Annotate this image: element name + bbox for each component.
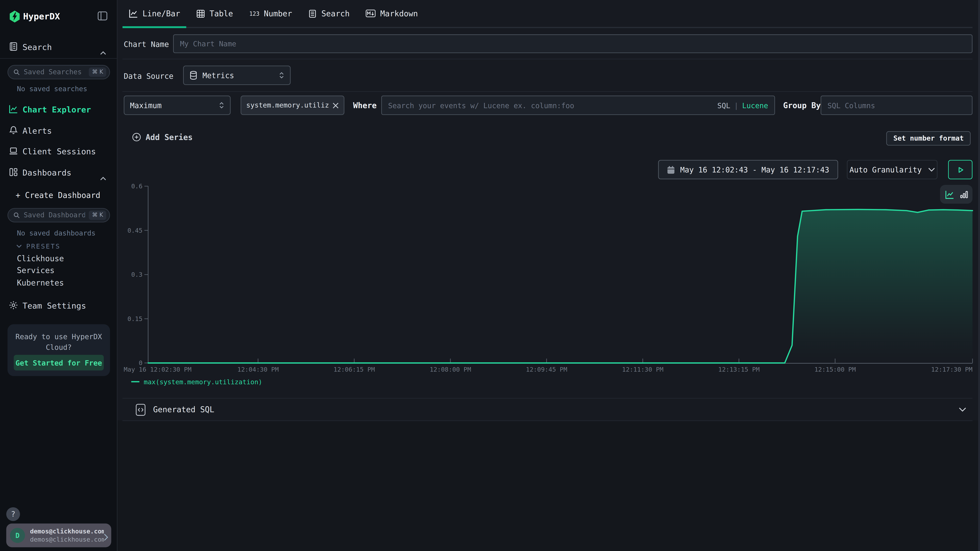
play-icon — [956, 166, 964, 173]
preset-item-services[interactable]: Services — [17, 265, 54, 275]
table-grid-icon — [196, 9, 205, 18]
sidebar-item-client-sessions[interactable]: Client Sessions — [0, 144, 117, 159]
sidebar-item-label: Chart Explorer — [22, 105, 91, 114]
document-list-icon — [308, 9, 317, 18]
preset-item-kubernetes[interactable]: Kubernetes — [17, 278, 64, 287]
group-by-input[interactable] — [821, 95, 972, 115]
sidebar-item-alerts[interactable]: Alerts — [0, 124, 117, 138]
legend-label: max(system.memory.utilization) — [144, 378, 262, 386]
chart-toolbar: May 16 12:02:43 - May 16 12:17:43 Auto G… — [123, 160, 972, 179]
aggregation-select[interactable]: Maximum — [124, 95, 231, 115]
sidebar-item-label: Dashboards — [22, 168, 72, 177]
no-saved-searches-text: No saved searches — [17, 85, 88, 93]
markdown-icon — [366, 10, 376, 17]
shortcut-badge: ⌘ K — [89, 68, 106, 77]
set-number-format-button[interactable]: Set number format — [886, 131, 970, 146]
no-saved-dashboards-text: No saved dashboards — [17, 229, 95, 237]
presets-label: PRESETS — [26, 243, 60, 250]
chart-legend[interactable]: max(system.memory.utilization) — [131, 378, 262, 386]
sidebar-item-label: Client Sessions — [22, 147, 96, 156]
query-language-toggle: SQL | Lucene — [717, 101, 774, 110]
app-window: HyperDX Search — [0, 0, 980, 551]
close-icon[interactable] — [332, 102, 339, 109]
chart-name-label: Chart Name — [124, 40, 169, 49]
user-email: demos@clickhouse.com — [30, 528, 104, 535]
sql-toggle[interactable]: SQL — [717, 101, 730, 110]
timeseries-chart[interactable]: 00.150.30.450.6May 16 12:02:30 PM12:04:3… — [118, 180, 980, 375]
data-source-row: Data Source Metrics — [123, 59, 972, 92]
where-label: Where — [353, 101, 377, 110]
help-button[interactable]: ? — [6, 507, 20, 521]
sidebar-item-dashboards[interactable]: Dashboards — [0, 165, 117, 180]
cloud-promo-text: Ready to use HyperDX Cloud? — [8, 332, 110, 353]
chevron-down-icon — [16, 244, 22, 248]
tab-label: Table — [210, 9, 233, 18]
saved-dashboards-input[interactable] — [24, 211, 85, 219]
actions-row: Add Series Set number format — [123, 131, 972, 146]
sidebar: HyperDX Search — [0, 0, 118, 551]
tab-label: Number — [264, 9, 292, 18]
metric-tag[interactable]: system.memory.utilization — [241, 95, 344, 115]
get-started-button[interactable]: Get Started for Free — [14, 355, 104, 371]
saved-dashboards-search[interactable]: ⌘ K — [8, 208, 110, 222]
tab-number[interactable]: 123 Number — [243, 0, 298, 27]
create-dashboard-button[interactable]: + Create Dashboard — [16, 191, 100, 200]
saved-searches-input[interactable] — [24, 68, 85, 76]
user-menu[interactable]: D demos@clickhouse.com demos@clickhouse.… — [6, 524, 111, 547]
lucene-toggle[interactable]: Lucene — [742, 101, 768, 110]
x-tick-label: 12:11:30 PM — [622, 366, 663, 373]
date-range-value: May 16 12:02:43 - May 16 12:17:43 — [680, 165, 829, 174]
x-tick-label: 12:13:15 PM — [718, 366, 760, 373]
y-tick-label: 0.6 — [131, 183, 143, 190]
data-source-select[interactable]: Metrics — [183, 65, 291, 85]
generated-sql-label: Generated SQL — [153, 405, 215, 414]
add-series-label: Add Series — [146, 132, 192, 142]
scrollbar[interactable] — [978, 0, 980, 551]
granularity-select[interactable]: Auto Granularity — [847, 160, 937, 179]
sidebar-item-search[interactable]: Search — [0, 40, 117, 55]
preset-item-clickhouse[interactable]: Clickhouse — [17, 254, 64, 263]
add-series-button[interactable]: Add Series — [132, 132, 193, 142]
tab-search[interactable]: Search — [302, 0, 356, 27]
generated-sql-section[interactable]: Generated SQL — [123, 398, 972, 421]
where-input[interactable] — [382, 101, 717, 110]
journal-icon — [9, 42, 18, 54]
tab-table[interactable]: Table — [190, 0, 239, 27]
sidebar-item-chart-explorer[interactable]: Chart Explorer — [0, 102, 117, 118]
date-range-picker[interactable]: May 16 12:02:43 - May 16 12:17:43 — [658, 160, 838, 179]
line-chart-icon — [9, 104, 18, 116]
chart-name-row: Chart Name — [123, 28, 972, 59]
bell-icon — [9, 125, 18, 137]
where-search-field: SQL | Lucene — [381, 95, 775, 115]
data-source-value: Metrics — [202, 71, 234, 79]
chevron-up-icon[interactable] — [100, 171, 107, 183]
y-tick-label: 0 — [139, 359, 143, 367]
chart-type-tabbar: Line/Bar Table 123 Number — [123, 0, 972, 28]
tab-label: Markdown — [380, 9, 418, 18]
chevron-down-icon[interactable] — [959, 407, 966, 411]
chevron-down-icon — [928, 167, 935, 171]
select-updown-icon — [219, 101, 224, 110]
tab-markdown[interactable]: Markdown — [360, 0, 424, 27]
legend-line-swatch — [131, 381, 140, 382]
run-query-button[interactable] — [948, 160, 972, 179]
tab-line-bar[interactable]: Line/Bar — [123, 0, 186, 27]
calendar-icon — [667, 165, 675, 174]
sidebar-collapse-icon[interactable] — [98, 11, 108, 23]
sidebar-item-team-settings[interactable]: Team Settings — [0, 299, 117, 313]
circle-plus-icon — [132, 132, 141, 142]
x-tick-label: 12:06:15 PM — [334, 366, 375, 373]
chart-name-input[interactable] — [173, 34, 972, 53]
database-icon — [189, 71, 197, 80]
presets-toggle[interactable]: PRESETS — [16, 243, 60, 250]
metric-tag-label: system.memory.utilization — [246, 101, 329, 110]
x-tick-label: 12:04:30 PM — [237, 366, 279, 373]
saved-searches-search[interactable]: ⌘ K — [8, 65, 110, 79]
line-chart-icon — [129, 9, 138, 18]
x-tick-label: 12:17:30 PM — [931, 366, 973, 373]
tab-label: Search — [321, 9, 350, 18]
granularity-value: Auto Granularity — [850, 165, 922, 174]
chevron-up-icon[interactable] — [100, 46, 107, 57]
series-row: Maximum system.memory.utilization Where — [123, 92, 972, 127]
avatar: D — [10, 528, 25, 543]
